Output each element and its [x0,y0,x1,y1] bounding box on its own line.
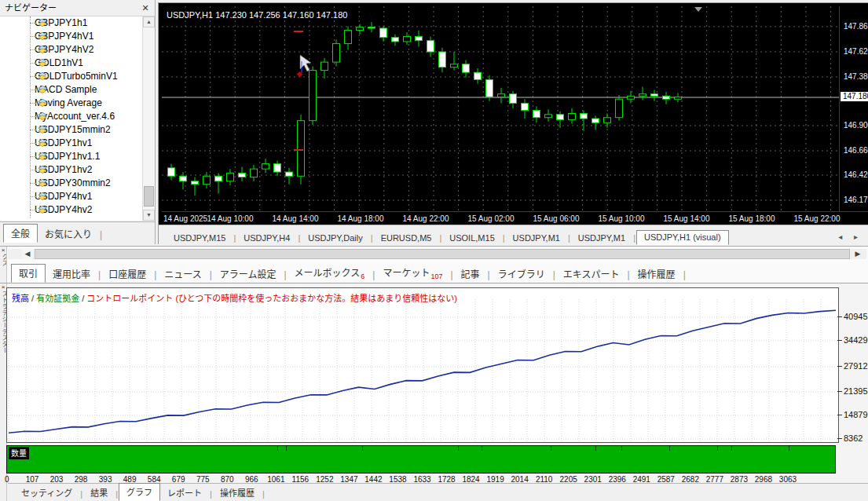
expert-advisor-icon [37,138,48,148]
tester-tabbar: セッティング|結果|グラフレポート|操作履歴| [8,483,868,501]
navigator-item[interactable]: USDJPY30mmin2 [0,177,155,190]
navigator-item[interactable]: GOLDTurbo5minV1 [0,70,155,83]
tab-scroll-arrows-icon[interactable]: ◂ ▸ [838,232,863,241]
chart-tab-USDJPY,H1 (visual)[interactable]: USDJPY,H1 (visual) [636,230,729,245]
price-label: 147.620 [844,47,868,56]
navigator-item[interactable]: GBPJPY1h1 [0,16,155,30]
close-icon[interactable]: × [0,247,6,254]
navigator-item[interactable]: USDJPY4hv2 [0,203,155,217]
y-axis-label: 27912 [844,361,868,371]
expert-advisor-icon [37,178,48,188]
volume-band: 数量 [6,445,836,474]
navigator-item[interactable]: MACD Sample [0,83,155,97]
scroll-down-icon[interactable]: ▼ [143,210,155,221]
time-label: 14 Aug 22:00 [403,214,449,223]
equity-graph[interactable]: 残高 / 有効証拠金 / コントロールポイント (ひとつ下の時間枠を使ったおおま… [6,287,839,443]
expert-advisor-icon [37,71,48,81]
chart-window: USDJPY,H1 147.230 147.256 147.160 147.18… [158,2,868,244]
tree-connector [30,63,36,64]
navigator-item[interactable]: MyAccount_ver.4.6 [0,110,155,123]
expert-advisor-icon [37,205,48,214]
expert-advisor-icon [37,125,48,134]
ohlc-header: USDJPY,H1 147.230 147.256 147.160 147.18… [167,10,347,20]
tab-メールボックス[interactable]: メールボックス6 [288,264,372,283]
tab-セッティング[interactable]: セッティング [14,485,79,501]
chart-tab-EURUSD,M5[interactable]: EURUSD,M5 [374,232,439,245]
time-label: 15 Aug 06:00 [533,214,580,223]
time-label: 15 Aug 02:00 [468,214,515,223]
volume-tick [595,446,596,451]
price-axis[interactable]: 147.865147.620147.380146.900146.660146.4… [839,6,868,211]
tab-口座履歴[interactable]: 口座履歴 [101,265,153,283]
time-label: 15 Aug 14:00 [664,214,710,223]
navigator-panel: ナビゲーター ✕ GBPJPY1h1GBPJPY4hV1GBPJPY4hV2GO… [0,0,156,244]
chart-tab-USDJPY,M15[interactable]: USDJPY,M15 [167,232,233,245]
navigator-item[interactable]: USDJPY15mmin2 [0,123,155,137]
navigator-item[interactable]: USDJPY1hv2 [0,163,155,177]
navigator-scrollbar[interactable]: ▲ ▼ [142,16,155,221]
navigator-title: ナビゲーター ✕ [0,0,155,16]
volume-tick [621,446,622,451]
scroll-right-icon[interactable]: ▶ [852,249,863,259]
navigator-item[interactable]: USDJPY1hv1 [0,137,155,150]
tab-ライブラリ[interactable]: ライブラリ [491,265,552,283]
volume-tick [789,446,789,451]
tab-エキスパート[interactable]: エキスパート [556,265,627,283]
volume-tick [717,446,718,451]
navigator-item[interactable]: USDJPY4hv1 [0,190,155,203]
expert-advisor-icon [37,98,48,108]
chart-tab-USOIL,M15[interactable]: USOIL,M15 [442,232,501,245]
tree-connector [30,116,36,117]
scroll-left-icon[interactable]: ◀ [22,249,33,259]
toolbox-scrollbar[interactable]: ◀ ▶ [8,249,866,259]
tab-結果[interactable]: 結果 [83,485,115,501]
candle-plot[interactable]: USDJPY,H1 147.230 147.256 147.160 147.18… [162,6,839,211]
time-label: 14 Aug 10:00 [207,214,254,223]
tab-記事[interactable]: 記事 [454,265,487,283]
expert-advisor-icon [37,31,48,41]
price-label: 146.420 [844,170,868,179]
navigator-item[interactable]: GOLD1hV1 [0,57,155,70]
navigator-item[interactable]: Moving Average [0,97,155,110]
expert-advisor-icon [37,192,48,201]
toolbox-dock-strip: × ツールボックス [0,247,7,283]
tab-レポート[interactable]: レポート [160,485,209,501]
time-label: 14 Aug 18:00 [338,214,384,223]
tab-取引[interactable]: 取引 [11,264,46,283]
legend-item: コントロールポイント (ひとつ下の時間枠を使ったおおまかな方法。結果はあまり信頼… [86,294,457,303]
chart-tab-USDJPY,Daily[interactable]: USDJPY,Daily [301,232,370,245]
navigator-item[interactable]: USDJPY1hv1.1 [0,150,155,163]
navigator-item[interactable]: GBPJPY4hV2 [0,43,155,57]
toolbox-vertical-title: ツールボックス [0,254,7,283]
tab-マーケット[interactable]: マーケット107 [375,264,449,283]
chart-tab-USDJPY,M1[interactable]: USDJPY,M1 [506,232,567,245]
tab-グラフ[interactable]: グラフ [119,483,160,501]
price-label: 147.865 [844,22,868,31]
tab-ニュース[interactable]: ニュース [157,265,208,283]
tab-separator: | [683,269,687,283]
chart-tab-USDJPY,M1[interactable]: USDJPY,M1 [571,232,632,245]
current-price-tag: 147.180 [841,92,868,101]
volume-tick [669,446,670,451]
scrollbar-thumb[interactable] [144,186,154,207]
navigator-title-label: ナビゲーター [5,3,57,13]
tab-お気に入り[interactable]: お気に入り [38,225,99,243]
chart-tab-USDJPY,H4[interactable]: USDJPY,H4 [236,232,297,245]
y-tick [837,340,842,341]
navigator-item[interactable]: GBPJPY4hV1 [0,30,155,43]
scrollbar-thumb[interactable] [35,249,850,259]
tab-アラーム設定[interactable]: アラーム設定 [213,265,284,283]
close-icon[interactable]: × [0,283,6,291]
scroll-up-icon[interactable]: ▲ [143,16,155,27]
time-axis[interactable]: 14 Aug 202514 Aug 10:0014 Aug 14:0014 Au… [162,211,868,225]
close-icon[interactable]: ✕ [140,0,151,16]
tab-操作履歴[interactable]: 操作履歴 [631,265,683,283]
y-axis-label: 21395 [844,386,868,396]
equity-curve [7,288,838,442]
expert-advisor-icon [37,45,48,54]
tab-運用比率[interactable]: 運用比率 [46,265,97,283]
tab-全般[interactable]: 全般 [3,224,38,243]
navigator-tabbar: 全般お気に入り| [0,221,155,243]
tab-操作履歴[interactable]: 操作履歴 [213,485,262,501]
candle-chart [162,6,839,211]
